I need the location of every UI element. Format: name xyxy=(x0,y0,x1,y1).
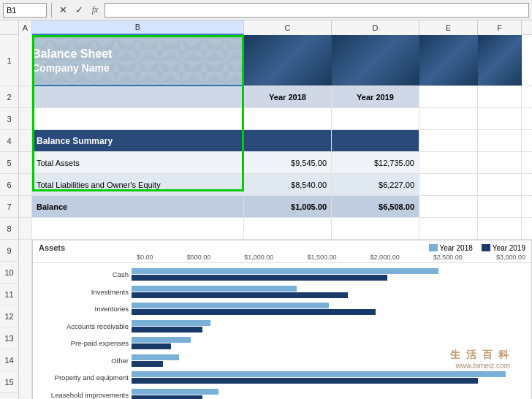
cell-b2[interactable] xyxy=(32,86,244,107)
cell-a8[interactable] xyxy=(19,218,32,239)
bar-pp-2019 xyxy=(132,343,171,349)
cell-e1[interactable] xyxy=(419,35,478,86)
cell-f4[interactable] xyxy=(478,130,522,151)
col-header-e[interactable]: E xyxy=(419,20,478,35)
toolbar: ✕ ✓ fx xyxy=(0,0,532,20)
col-header-d[interactable]: D xyxy=(332,20,419,35)
cell-d6[interactable]: $6,227.00 xyxy=(332,174,419,195)
row-num-6: 6 xyxy=(0,174,18,196)
cell-c1[interactable] xyxy=(244,35,332,86)
chart-label-invt: Inventories xyxy=(33,305,129,313)
bar-other-2019 xyxy=(132,361,163,367)
name-box[interactable] xyxy=(3,3,47,18)
cell-a7[interactable] xyxy=(19,196,32,217)
cancel-icon[interactable]: ✕ xyxy=(56,4,69,17)
row-2: Year 2018 Year 2019 xyxy=(19,86,532,108)
cell-a1[interactable] xyxy=(19,35,32,86)
cell-b4[interactable]: Balance Summary xyxy=(32,130,244,151)
legend-color-2018 xyxy=(429,244,438,251)
row-num-11: 11 xyxy=(0,284,18,305)
spreadsheet-grid: Balance Sheet Company Name Year 2018 Yea… xyxy=(19,35,532,399)
col-header-c[interactable]: C xyxy=(244,20,332,35)
cell-f3[interactable] xyxy=(478,108,522,129)
chart-label-ar: Accounts receivable xyxy=(33,322,129,330)
cell-c8[interactable] xyxy=(244,218,332,239)
bar-inv-2019 xyxy=(132,292,348,298)
cell-d7[interactable]: $6,508.00 xyxy=(332,196,419,217)
bar-group-3 xyxy=(132,320,525,332)
cell-b6[interactable]: Total Liabilities and Owner's Equity xyxy=(32,174,244,195)
bar-lh-2019 xyxy=(132,395,202,399)
col-header-b[interactable]: B xyxy=(32,20,244,35)
cell-b5[interactable]: Total Assets xyxy=(32,152,244,173)
row-3 xyxy=(19,108,532,130)
row-num-14: 14 xyxy=(0,349,18,371)
col-header-f[interactable]: F xyxy=(478,20,522,35)
cell-f1[interactable] xyxy=(478,35,522,86)
cell-e3[interactable] xyxy=(419,108,478,129)
formula-bar[interactable] xyxy=(104,3,529,18)
row-num-16: 16 xyxy=(0,393,18,399)
bar-lh-2018 xyxy=(132,389,218,395)
x-axis-labels: $0.00 $500.00 $1,000.00 $1,500.00 $2,000… xyxy=(33,252,531,263)
cell-f2[interactable] xyxy=(478,86,522,107)
cell-d5[interactable]: $12,735.00 xyxy=(332,152,419,173)
cell-d4[interactable] xyxy=(332,130,419,151)
x-label-3: $1,500.00 xyxy=(307,254,336,261)
cell-c4[interactable] xyxy=(244,130,332,151)
cell-b3[interactable] xyxy=(32,108,244,129)
fx-icon[interactable]: fx xyxy=(88,4,102,17)
cell-a5[interactable] xyxy=(19,152,32,173)
cell-d8[interactable] xyxy=(332,218,419,239)
row-numbers: 1 2 3 4 5 6 7 8 9 10 11 12 13 14 15 16 xyxy=(0,35,19,399)
cell-c2[interactable]: Year 2018 xyxy=(244,86,332,107)
confirm-icon[interactable]: ✓ xyxy=(72,4,86,17)
cell-e8[interactable] xyxy=(419,218,478,239)
corner-cell xyxy=(0,20,19,34)
cell-b1[interactable]: Balance Sheet Company Name xyxy=(32,35,244,86)
bar-invt-2019 xyxy=(132,309,376,315)
cell-d1[interactable] xyxy=(332,35,419,86)
cell-a3[interactable] xyxy=(19,108,32,129)
cell-e5[interactable] xyxy=(419,152,478,173)
watermark: 生 活 百 科 www.bimeiz.com xyxy=(450,349,510,370)
row-num-10: 10 xyxy=(0,262,18,284)
cell-b7[interactable]: Balance xyxy=(32,196,244,217)
legend-2019: Year 2019 xyxy=(482,244,525,252)
cell-e2[interactable] xyxy=(419,86,478,107)
cell-f8[interactable] xyxy=(478,218,522,239)
x-label-0: $0.00 xyxy=(137,254,153,261)
row-4: Balance Summary xyxy=(19,130,532,152)
watermark-text2: www.bimeiz.com xyxy=(450,362,510,370)
chart-legend: Year 2018 Year 2019 xyxy=(429,244,525,252)
cell-e6[interactable] xyxy=(419,174,478,195)
col-header-a[interactable]: A xyxy=(19,20,32,35)
row-num-13: 13 xyxy=(0,327,18,349)
bar-ar-2018 xyxy=(132,320,210,326)
bar-inv-2018 xyxy=(132,286,297,292)
chart-label-cash: Cash xyxy=(33,270,129,278)
cell-f5[interactable] xyxy=(478,152,522,173)
row-5: Total Assets $9,545.00 $12,735.00 xyxy=(19,152,532,174)
cell-a6[interactable] xyxy=(19,174,32,195)
cell-d3[interactable] xyxy=(332,108,419,129)
bar-ppe-2018 xyxy=(132,371,506,377)
cell-a4[interactable] xyxy=(19,130,32,151)
cell-c6[interactable]: $8,540.00 xyxy=(244,174,332,195)
cell-a-chart[interactable] xyxy=(19,240,32,399)
cell-c7[interactable]: $1,005.00 xyxy=(244,196,332,217)
cell-c5[interactable]: $9,545.00 xyxy=(244,152,332,173)
chart-container: Assets Year 2018 Year 2019 $0.0 xyxy=(32,240,532,399)
row-num-4: 4 xyxy=(0,130,18,152)
bar-group-4 xyxy=(132,337,525,349)
row-num-2: 2 xyxy=(0,86,18,108)
cell-f6[interactable] xyxy=(478,174,522,195)
cell-e7[interactable] xyxy=(419,196,478,217)
cell-c3[interactable] xyxy=(244,108,332,129)
cell-a2[interactable] xyxy=(19,86,32,107)
chart-label-other: Other xyxy=(33,357,129,365)
cell-b8[interactable] xyxy=(32,218,244,239)
cell-f7[interactable] xyxy=(478,196,522,217)
cell-e4[interactable] xyxy=(419,130,478,151)
cell-d2[interactable]: Year 2019 xyxy=(332,86,419,107)
